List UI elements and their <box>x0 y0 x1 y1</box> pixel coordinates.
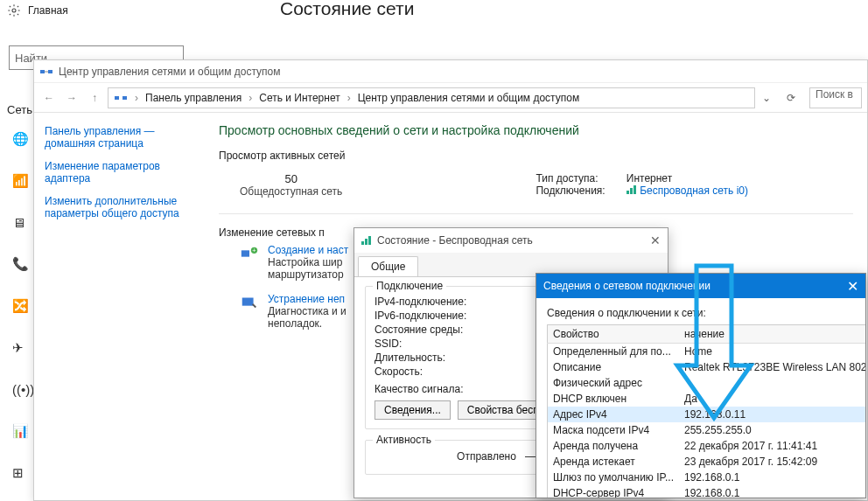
settings-home-row: Главная <box>7 3 68 17</box>
prop-signal-lbl: Качество сигнала: <box>374 383 463 395</box>
table-row: ОписаниеRealtek RTL3723BE Wireless LAN 8… <box>548 359 866 375</box>
table-row: Физический адрес <box>548 375 866 391</box>
nav-up[interactable]: ↑ <box>85 88 104 108</box>
status-icon[interactable]: 🌐 <box>12 131 34 147</box>
ethernet-icon[interactable]: 🖥 <box>12 215 34 230</box>
prop-ipv6-lbl: IPv6-подключение: <box>374 310 466 322</box>
section-active-label: Просмотр активных сетей <box>219 150 853 162</box>
cp-main-heading: Просмотр основных сведений о сети и наст… <box>219 123 853 137</box>
prop-ipv4-lbl: IPv4-подключение: <box>374 296 466 308</box>
col-value[interactable]: начение <box>679 325 865 344</box>
table-row: DHCP-сервер IPv4192.168.0.1 <box>548 485 866 498</box>
details-title-text: Сведения о сетевом подключении <box>543 280 710 292</box>
prop-media-lbl: Состояние среды: <box>374 324 463 336</box>
table-row: Адрес IPv4192.168.0.11 <box>548 407 866 422</box>
details-subtitle: Сведения о подключении к сети: <box>547 307 855 319</box>
task-troubleshoot-desc2: неполадок. <box>268 317 346 330</box>
cp-left-link-sharing[interactable]: Изменить дополнительные параметры общего… <box>45 195 194 219</box>
svg-rect-5 <box>122 96 127 100</box>
table-row: DHCP включенДа <box>548 391 866 407</box>
table-row: Маска подсети IPv4255.255.255.0 <box>548 422 866 438</box>
svg-rect-1 <box>40 70 45 73</box>
active-network-row: 50 Общедоступная сеть Тип доступа: Интер… <box>219 167 853 214</box>
task-create-title[interactable]: Создание и наст <box>268 244 348 256</box>
svg-text:+: + <box>252 247 256 254</box>
signal-icon <box>626 185 637 194</box>
signal-icon <box>361 236 372 245</box>
crumb-1[interactable]: Сеть и Интернет <box>259 92 340 104</box>
details-button[interactable]: Сведения... <box>374 400 451 420</box>
tab-general[interactable]: Общие <box>358 256 418 276</box>
home-label[interactable]: Главная <box>28 4 68 17</box>
access-label: Тип доступа: <box>536 172 623 184</box>
airplane-icon[interactable]: ✈ <box>12 340 34 356</box>
group-activity-legend: Активность <box>373 434 435 446</box>
details-rows: Определенный для по...Home ОписаниеRealt… <box>548 344 866 498</box>
troubleshoot-icon <box>240 293 259 312</box>
network-type: Общедоступная сеть <box>240 185 342 198</box>
vpn-icon[interactable]: 🔀 <box>12 298 34 314</box>
details-dialog: Сведения о сетевом подключении ✕ Сведени… <box>536 273 866 498</box>
task-create-desc1: Настройка шир <box>268 256 348 268</box>
prop-ssid-lbl: SSID: <box>374 337 402 350</box>
dialup-icon[interactable]: 📞 <box>12 256 34 272</box>
status-dialog-title: Состояние - Беспроводная сеть ✕ <box>354 228 668 253</box>
task-troubleshoot-title[interactable]: Устранение неп <box>268 293 346 305</box>
cp-toolbar: ← → ↑ Панель управления Сеть и Интернет … <box>34 83 867 113</box>
breadcrumb-icon <box>114 91 128 105</box>
table-row: Шлюз по умолчанию IP...192.168.0.1 <box>548 470 866 485</box>
nav-back[interactable]: ← <box>39 88 59 108</box>
table-row: Определенный для по...Home <box>548 344 866 360</box>
task-troubleshoot-desc1: Диагностика и и <box>268 305 346 317</box>
side-icons: 🌐 📶 🖥 📞 🔀 ✈ ((•)) 📊 ⊞ <box>12 131 34 481</box>
wifi-icon[interactable]: 📶 <box>12 173 34 189</box>
status-close-button[interactable]: ✕ <box>650 233 661 247</box>
breadcrumb-dropdown[interactable]: ⌄ <box>759 92 774 104</box>
sent-label: Отправлено <box>457 450 516 463</box>
cp-title-text: Центр управления сетями и общим доступом <box>59 66 281 78</box>
conn-label: Подключения: <box>536 184 623 197</box>
crumb-0[interactable]: Панель управления <box>145 92 242 104</box>
page-title: Состояние сети <box>280 0 868 19</box>
svg-rect-9 <box>242 298 254 306</box>
col-property[interactable]: Свойство <box>548 325 680 344</box>
crumb-2[interactable]: Центр управления сетями и общим доступом <box>358 92 580 104</box>
data-icon[interactable]: 📊 <box>12 423 34 439</box>
cp-search[interactable]: Поиск в <box>809 87 862 108</box>
activity-icon: — <box>525 450 536 463</box>
active-network-info: Тип доступа: Интернет Подключения: Беспр… <box>536 172 748 198</box>
cp-window-title: Центр управления сетями и общим доступом <box>34 60 867 83</box>
hotspot-icon[interactable]: ((•)) <box>12 382 34 397</box>
status-title-text: Состояние - Беспроводная сеть <box>377 234 533 247</box>
group-connection-legend: Подключение <box>373 280 446 292</box>
refresh-button[interactable]: ⟳ <box>781 88 801 108</box>
svg-rect-4 <box>115 96 119 100</box>
details-close-button[interactable]: ✕ <box>847 278 858 295</box>
svg-point-0 <box>12 9 16 12</box>
active-network-name-block: 50 Общедоступная сеть <box>240 172 342 198</box>
table-row: Аренда получена22 декабря 2017 г. 11:41:… <box>548 438 866 454</box>
cp-search-placeholder: Поиск в <box>816 88 853 101</box>
prop-duration-lbl: Длительность: <box>374 351 445 364</box>
side-label: Сеть <box>7 103 32 116</box>
network-name: 50 <box>240 172 342 185</box>
cp-left-link-home[interactable]: Панель управления — домашняя страница <box>45 125 194 150</box>
task-create-desc2: маршрутизатор <box>268 268 348 281</box>
proxy-icon[interactable]: ⊞ <box>12 465 34 481</box>
cp-left-link-adapter[interactable]: Изменение параметров адаптера <box>45 160 194 184</box>
cp-left-pane: Панель управления — домашняя страница Из… <box>34 113 205 500</box>
nav-forward[interactable]: → <box>62 88 81 108</box>
create-connection-icon: + <box>240 244 259 263</box>
details-dialog-title: Сведения о сетевом подключении ✕ <box>536 274 865 298</box>
details-body: Сведения о подключении к сети: Свойство … <box>536 298 865 498</box>
gear-icon <box>7 3 21 17</box>
access-value: Интернет <box>626 172 672 184</box>
breadcrumb[interactable]: Панель управления Сеть и Интернет Центр … <box>108 87 755 108</box>
svg-rect-6 <box>242 250 249 256</box>
prop-speed-lbl: Скорость: <box>374 365 423 378</box>
network-center-icon <box>39 65 53 79</box>
connection-link[interactable]: Беспроводная сеть i0) <box>640 184 748 197</box>
table-row: Аренда истекает23 декабря 2017 г. 15:42:… <box>548 454 866 470</box>
svg-rect-2 <box>48 70 52 73</box>
details-table: Свойство начение Определенный для по...H… <box>547 324 865 498</box>
